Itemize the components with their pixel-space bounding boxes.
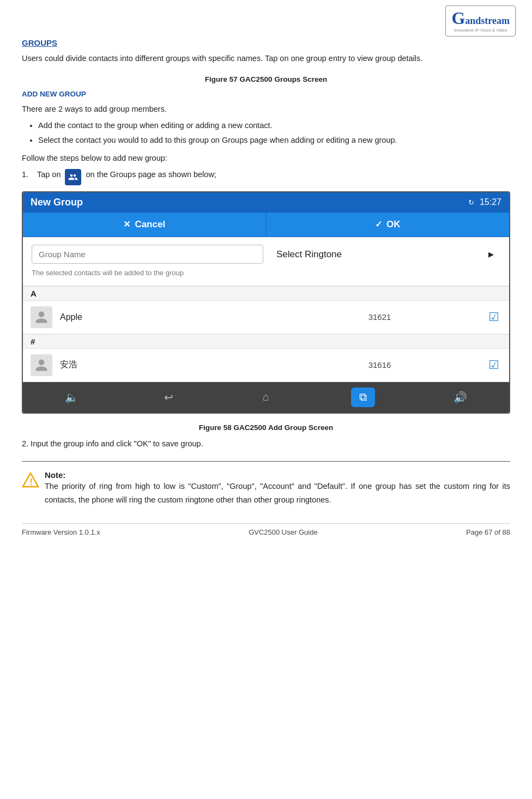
nav-home-button[interactable]: ⌂ — [254, 388, 278, 407]
step1-row: 1. Tap on on the Groups page as shown be… — [22, 168, 510, 186]
logo-area: Gandstream Innovative IP Voice & Video — [445, 5, 516, 37]
nav-recents-button[interactable]: ⧉ — [351, 388, 375, 407]
bullet-item-2: Select the contact you would to add to t… — [38, 134, 510, 147]
note-triangle-icon: ! — [22, 471, 39, 491]
svg-text:!: ! — [30, 477, 33, 487]
select-ringtone-button[interactable]: Select Ringtone ▶ — [270, 245, 500, 264]
groups-section-title: GROUPS — [22, 38, 510, 47]
contact-number-apple: 31621 — [273, 312, 486, 322]
note-text: The priority of ring from high to low is… — [45, 480, 510, 506]
check-icon-anghao: ☑ — [488, 358, 499, 372]
footer-guide: GVC2500 User Guide — [249, 528, 317, 536]
contact-number-anghao: 31616 — [273, 360, 486, 370]
note-box: ! Note: The priority of ring from high t… — [22, 470, 510, 506]
page-footer: Firmware Version 1.0.1.x GVC2500 User Gu… — [22, 523, 510, 536]
contact-avatar-anghao — [31, 354, 52, 376]
add-new-group-title: ADD NEW GROUP — [22, 90, 510, 98]
ringtone-arrow-icon: ▶ — [488, 250, 494, 258]
step1-prefix: 1. Tap on — [22, 168, 61, 181]
step1-suffix: on the Groups page as shown below; — [86, 168, 216, 181]
form-area: Select Ringtone ▶ The selected contacts … — [23, 237, 509, 286]
android-toolbar: ✕ Cancel ✓ OK — [23, 213, 509, 237]
footer-firmware: Firmware Version 1.0.1.x — [22, 528, 100, 536]
step2-text: 2. Input the group info and click "OK" t… — [22, 437, 510, 451]
nav-volume-down-button[interactable]: 🔈 — [59, 388, 83, 407]
volume-down-icon: 🔈 — [65, 391, 78, 404]
screen-title: New Group — [31, 197, 83, 208]
home-icon: ⌂ — [263, 391, 269, 403]
contact-check-apple[interactable]: ☑ — [486, 310, 501, 325]
note-content: Note: The priority of ring from high to … — [45, 470, 510, 506]
ok-icon: ✓ — [375, 219, 382, 229]
android-navbar: 🔈 ↩ ⌂ ⧉ 🔊 — [23, 382, 509, 413]
section-letter-a: A — [23, 286, 509, 301]
separator-line — [22, 461, 510, 462]
cancel-icon: ✕ — [123, 219, 130, 229]
group-name-input[interactable] — [32, 245, 263, 264]
section-letter-hash: # — [23, 334, 509, 349]
contact-name-apple: Apple — [60, 312, 273, 322]
nav-volume-up-button[interactable]: 🔊 — [449, 388, 473, 407]
logo-tagline: Innovative IP Voice & Video — [451, 28, 510, 33]
screen-time: 15:27 — [480, 197, 501, 207]
logo-g-letter: Gandstream — [451, 9, 510, 27]
select-ringtone-label: Select Ringtone — [276, 249, 342, 260]
contact-row-apple: Apple 31621 ☑ — [23, 301, 509, 334]
groups-body-text: Users could divide contacts into differe… — [22, 52, 510, 65]
cancel-button[interactable]: ✕ Cancel — [23, 213, 266, 237]
cancel-label: Cancel — [135, 219, 165, 230]
logo-box: Gandstream Innovative IP Voice & Video — [445, 5, 516, 37]
intro-text: There are 2 ways to add group members. — [22, 102, 510, 116]
back-icon: ↩ — [164, 391, 173, 404]
ok-label: OK — [386, 219, 401, 230]
volume-up-icon: 🔊 — [454, 391, 467, 404]
android-titlebar: New Group ↻ 15:27 — [23, 192, 509, 213]
footer-page: Page 67 of 88 — [466, 528, 510, 536]
android-screen: New Group ↻ 15:27 ✕ Cancel ✓ OK Select R… — [22, 191, 510, 414]
contact-check-anghao[interactable]: ☑ — [486, 358, 501, 373]
ok-button[interactable]: ✓ OK — [267, 213, 510, 237]
signal-icon: ↻ — [468, 198, 474, 207]
contact-avatar-apple — [31, 306, 52, 328]
contact-name-anghao: 安浩 — [60, 359, 273, 371]
recents-icon: ⧉ — [359, 391, 367, 403]
note-label: Note: — [45, 470, 65, 480]
bullet-item-1: Add the contact to the group when editin… — [38, 119, 510, 132]
nav-back-button[interactable]: ↩ — [157, 388, 181, 407]
contact-row-anghao: 安浩 31616 ☑ — [23, 349, 509, 382]
form-hint: The selected contacts will be added to t… — [32, 268, 500, 281]
check-icon-apple: ☑ — [488, 310, 499, 324]
form-row: Select Ringtone ▶ — [32, 245, 500, 264]
figure58-caption: Figure 58 GAC2500 Add Group Screen — [22, 423, 510, 432]
bullet-list: Add the contact to the group when editin… — [38, 119, 510, 147]
titlebar-time-area: ↻ 15:27 — [468, 197, 501, 207]
figure57-caption: Figure 57 GAC2500 Groups Screen — [22, 75, 510, 83]
add-group-icon — [65, 169, 81, 185]
steps-intro: Follow the steps below to add new group: — [22, 152, 510, 165]
